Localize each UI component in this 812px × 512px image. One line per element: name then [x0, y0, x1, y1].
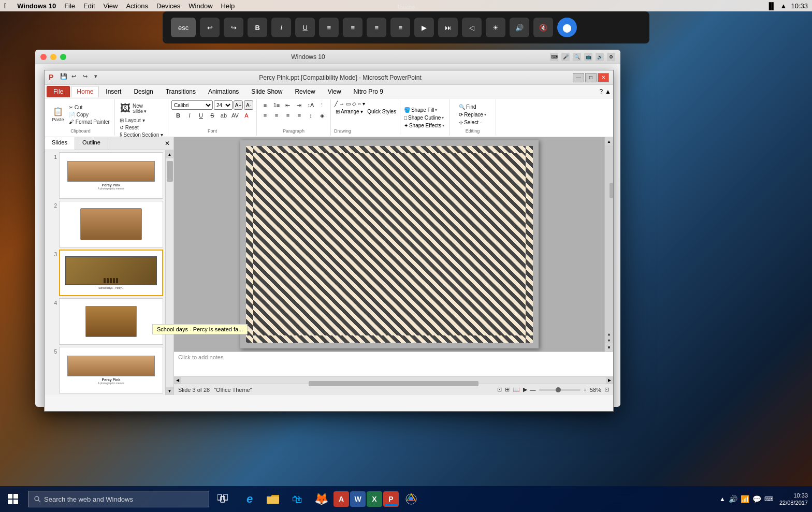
fit-slide[interactable]: ⊡	[604, 386, 609, 393]
strikethrough-button[interactable]: S	[207, 111, 218, 120]
tab-review[interactable]: Review	[289, 86, 321, 97]
shape-more[interactable]: ▾	[362, 100, 366, 107]
touchbar-redo[interactable]: ↪	[224, 18, 243, 37]
touchbar-undo[interactable]: ↩	[200, 18, 220, 37]
view-sorter[interactable]: ⊞	[505, 386, 510, 393]
view-reading[interactable]: 📖	[513, 386, 520, 393]
underline-button[interactable]: U	[196, 111, 206, 120]
app-word[interactable]: W	[350, 491, 366, 507]
select-button[interactable]: ⊹ Select -	[457, 119, 488, 126]
slide-thumbnail[interactable]	[59, 201, 163, 247]
touchbar-align-right[interactable]: ≡	[367, 18, 386, 37]
align-center[interactable]: ≡	[271, 111, 282, 120]
align-right[interactable]: ≡	[283, 111, 293, 120]
slide-thumbnail[interactable]: Percy Pink A photographic memoir	[59, 347, 163, 393]
slide-thumbnail[interactable]	[59, 298, 163, 345]
redo-button[interactable]: ↪	[83, 73, 92, 82]
font-family-select[interactable]: Calibri	[171, 100, 213, 110]
tab-view[interactable]: View	[322, 86, 347, 97]
align-left[interactable]: ≡	[260, 111, 270, 120]
quick-access-more[interactable]: ▾	[94, 73, 104, 82]
quick-styles-button[interactable]: Quick Styles	[366, 108, 398, 115]
system-clock[interactable]: 10:33 22/08/2017	[779, 492, 808, 507]
shape-fill-button[interactable]: 🪣 Shape Fill ▾	[402, 107, 446, 113]
touchbar-bold[interactable]: B	[248, 18, 267, 37]
touchbar-volume-down[interactable]: 🔇	[533, 18, 553, 37]
slide-canvas-area[interactable]: School days - Percy is seated far right,…	[174, 137, 604, 352]
touchbar-back[interactable]: ◁	[462, 18, 482, 37]
slide-thumbnail-active[interactable]: School days - Percy...	[59, 250, 163, 296]
paste-button[interactable]: 📋 Paste	[50, 106, 66, 123]
touchbar-italic[interactable]: I	[271, 18, 291, 37]
split-up[interactable]: ▲	[605, 331, 613, 337]
zoom-out[interactable]: —	[530, 387, 536, 393]
shape-ellipse[interactable]: ○	[357, 100, 361, 107]
mac-display-icon[interactable]: 📺	[584, 53, 592, 61]
touchbar-justify[interactable]: ≡	[390, 18, 410, 37]
tray-network[interactable]: 📶	[741, 495, 749, 503]
menu-actions[interactable]: Actions	[126, 2, 148, 10]
menu-file[interactable]: File	[64, 2, 75, 10]
copy-button[interactable]: 📄 Copy	[67, 111, 111, 118]
tab-animations[interactable]: Animations	[202, 86, 244, 97]
text-direction[interactable]: ↕A	[306, 100, 316, 110]
touchbar-underline[interactable]: U	[295, 18, 315, 37]
app-store[interactable]: 🛍	[286, 486, 309, 512]
fullscreen-button[interactable]	[60, 54, 66, 60]
tray-volume[interactable]: 🔊	[729, 495, 737, 503]
tab-slideshow[interactable]: Slide Show	[245, 86, 288, 97]
font-size-select[interactable]: 24	[214, 100, 233, 110]
mac-vol-icon[interactable]: 🔊	[596, 53, 604, 61]
tab-file[interactable]: File	[47, 86, 70, 97]
tab-nitro[interactable]: Nitro Pro 9	[348, 86, 389, 97]
scroll-thumb[interactable]	[167, 161, 173, 182]
touchbar-volume-up[interactable]: 🔊	[510, 18, 529, 37]
touchbar-esc[interactable]: esc	[171, 18, 196, 37]
menu-edit[interactable]: Edit	[83, 2, 95, 10]
decrease-font[interactable]: A-	[244, 100, 253, 110]
zoom-in[interactable]: +	[584, 387, 587, 393]
convert-smartart[interactable]: ◈	[317, 111, 327, 120]
menu-devices[interactable]: Devices	[156, 2, 180, 10]
hscroll-left[interactable]: ◀	[174, 377, 181, 384]
menu-view[interactable]: View	[104, 2, 118, 10]
format-painter[interactable]: 🖌 Format Painter	[67, 119, 111, 125]
line-spacing[interactable]: ↕	[306, 111, 316, 120]
tray-messages[interactable]: 💬	[752, 495, 761, 503]
increase-font[interactable]: A+	[234, 100, 243, 110]
view-normal[interactable]: ⊡	[497, 386, 502, 393]
scroll-track[interactable]	[166, 158, 173, 387]
thumbnail-scrollbar[interactable]: ▲ ▼	[165, 150, 173, 395]
shape-rect[interactable]: ▭	[345, 100, 351, 107]
scroll-down[interactable]: ▼	[166, 387, 174, 395]
ppt-close[interactable]: ✕	[598, 73, 609, 82]
slide-frame[interactable]: School days - Percy is seated far right,…	[240, 140, 539, 349]
app-edge[interactable]: e	[238, 486, 261, 512]
scroll-up[interactable]: ▲	[166, 150, 174, 158]
mac-mic-icon[interactable]: 🎤	[561, 53, 570, 61]
slide-vscroll[interactable]: ▲ ▲ ▼ ▼	[604, 137, 613, 352]
vscroll-thumb[interactable]	[610, 183, 613, 198]
shape-outline-button[interactable]: □ Shape Outline ▾	[402, 114, 446, 121]
ribbon-help[interactable]: ?	[599, 88, 603, 95]
find-button[interactable]: 🔍 Find	[457, 104, 488, 110]
task-view-button[interactable]	[211, 486, 234, 512]
replace-button[interactable]: ⟳ Replace ▾	[457, 111, 488, 118]
list-item[interactable]: 1 Percy Pink A photographic memoir	[47, 152, 163, 199]
list-item[interactable]: 3	[47, 250, 163, 296]
arrange-button[interactable]: ⊞ Arrange ▾	[334, 108, 365, 115]
apple-logo[interactable]: 	[4, 2, 7, 10]
ppt-maximize[interactable]: □	[585, 73, 597, 82]
new-slide-button[interactable]: 🖼 New Slide ▾	[118, 101, 149, 115]
list-item[interactable]: 4	[47, 298, 163, 345]
app-firefox[interactable]: 🦊	[310, 486, 332, 512]
shape-arrow[interactable]: →	[339, 100, 345, 107]
touchbar-brightness[interactable]: ☀	[486, 18, 505, 37]
save-button[interactable]: 💾	[60, 73, 69, 82]
mac-keyboard-icon[interactable]: ⌨	[550, 53, 558, 61]
vscroll-down[interactable]: ▼	[605, 343, 613, 352]
touchbar-align-center[interactable]: ≡	[343, 18, 363, 37]
text-columns[interactable]: ⋮	[317, 100, 327, 110]
notes-area[interactable]: Click to add notes	[174, 352, 613, 376]
app-chrome[interactable]	[400, 486, 423, 512]
